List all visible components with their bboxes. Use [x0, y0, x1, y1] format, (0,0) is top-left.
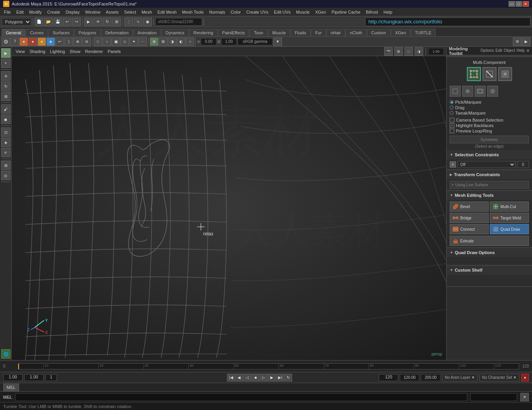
- stop-button[interactable]: ■: [252, 374, 259, 382]
- viewport-canvas[interactable]: 人人素材 人人素材: [12, 56, 446, 360]
- edge-mode-btn[interactable]: [482, 67, 497, 81]
- open-file-button[interactable]: 📂: [44, 18, 53, 26]
- move-tool-button[interactable]: ✛: [94, 18, 102, 26]
- character-set-dropdown[interactable]: No Character Set ▼: [479, 374, 520, 382]
- tab-custom[interactable]: Custom: [367, 29, 390, 36]
- vp-menu-shading[interactable]: Shading: [28, 48, 47, 55]
- mode-select[interactable]: Polygons: [2, 18, 31, 26]
- playback-start-field[interactable]: 1.00: [3, 374, 23, 381]
- tab-fur[interactable]: Fur: [311, 29, 326, 36]
- connect-button[interactable]: Connect: [450, 224, 489, 234]
- menu-edit[interactable]: Edit: [14, 9, 26, 15]
- menu-pipelinecache[interactable]: Pipeline Cache: [329, 9, 363, 15]
- multicut-button[interactable]: Multi-Cut: [490, 201, 529, 212]
- shelf-btn-9[interactable]: ⊕: [73, 37, 82, 46]
- tab-xgen[interactable]: XGen: [391, 29, 410, 36]
- render-btn[interactable]: ▶: [522, 37, 530, 46]
- quaddraw-button[interactable]: Quad Draw: [490, 224, 529, 234]
- bevel-button[interactable]: Bevel: [450, 201, 489, 212]
- edit-btn[interactable]: Edit: [495, 48, 502, 53]
- menu-help[interactable]: Help: [381, 9, 395, 15]
- face-mode-btn[interactable]: [498, 67, 512, 81]
- undo-button[interactable]: ↩: [63, 18, 71, 26]
- camera-based-checkbox[interactable]: [450, 118, 454, 122]
- gamma-dropdown[interactable]: ▼: [273, 37, 282, 46]
- shelf-btn-3[interactable]: ●: [20, 37, 28, 46]
- shelf-btn-15[interactable]: ✦: [129, 37, 138, 46]
- tab-deformation[interactable]: Deformation: [101, 29, 133, 36]
- vertex-mode-btn[interactable]: [467, 67, 481, 81]
- quad-draw-options-header[interactable]: ▼ Quad Draw Options: [447, 248, 532, 257]
- maximize-button[interactable]: □: [516, 1, 522, 7]
- clear-output-btn[interactable]: ✕: [520, 393, 529, 401]
- save-file-button[interactable]: 💾: [53, 18, 62, 26]
- move-tool[interactable]: ✛: [1, 71, 11, 81]
- targetweld-button[interactable]: Target Weld: [490, 213, 529, 223]
- viewport[interactable]: View Shading Lighting Show Renderer Pane…: [12, 47, 446, 360]
- selection-constraints-header[interactable]: ▼ Selection Constraints: [447, 150, 532, 159]
- play-back-button[interactable]: ◁: [243, 374, 251, 382]
- shelf-btn-8[interactable]: ⤵: [64, 37, 73, 46]
- vp-menu-renderer[interactable]: Renderer: [83, 48, 105, 55]
- tab-fluids[interactable]: Fluids: [291, 29, 310, 36]
- pick-marquee-option[interactable]: Pick/Marquee: [450, 100, 529, 104]
- vp-grid-btn[interactable]: ⊞: [394, 47, 403, 56]
- drag-radio[interactable]: [450, 106, 454, 110]
- go-end-button[interactable]: ▶|: [276, 374, 284, 382]
- menu-bifrost[interactable]: Bifrost: [364, 9, 380, 15]
- menu-color[interactable]: Color: [228, 9, 243, 15]
- soft-tool[interactable]: ◈: [1, 138, 11, 147]
- scale-tool[interactable]: ⊞: [1, 92, 11, 101]
- snap-tool[interactable]: ◎: [1, 171, 11, 180]
- tweak-marquee-option[interactable]: Tweak/Marquee: [450, 111, 529, 115]
- tab-muscle[interactable]: Muscle: [268, 29, 290, 36]
- menu-meshtools[interactable]: Mesh Tools: [180, 9, 206, 15]
- constraint-mode-select[interactable]: Off: [458, 161, 516, 168]
- menu-select[interactable]: Select: [122, 9, 138, 15]
- menu-editmesh[interactable]: Edit Mesh: [155, 9, 179, 15]
- tab-painteffects[interactable]: PaintEffects: [218, 29, 250, 36]
- vp-menu-show[interactable]: Show: [68, 48, 82, 55]
- highlight-backfaces-item[interactable]: ✓ Highlight Backfaces: [450, 123, 529, 128]
- tab-toon[interactable]: Toon: [250, 29, 268, 36]
- shelf-btn-14[interactable]: ◇: [121, 37, 129, 46]
- shelf-btn-4[interactable]: ●: [28, 37, 37, 46]
- vp-wire-btn[interactable]: □: [404, 47, 413, 56]
- settings-mode-btn[interactable]: [487, 86, 498, 97]
- tab-polygons[interactable]: Polygons: [74, 29, 100, 36]
- loop-button[interactable]: ↻: [284, 374, 292, 382]
- tab-general[interactable]: General: [2, 29, 25, 36]
- play-forward-button[interactable]: ▷: [260, 374, 268, 382]
- tab-curves[interactable]: Curves: [26, 29, 48, 36]
- layer-tool[interactable]: ≡: [1, 148, 11, 157]
- sculpt-tool[interactable]: ◉: [1, 115, 11, 124]
- tab-surfaces[interactable]: Surfaces: [48, 29, 74, 36]
- menu-mesh[interactable]: Mesh: [139, 9, 154, 15]
- tab-nhair[interactable]: nHair: [326, 29, 345, 36]
- vp-cam-btn[interactable]: 📷: [384, 47, 393, 56]
- bridge-button[interactable]: Bridge: [450, 213, 489, 223]
- menu-normals[interactable]: Normals: [207, 9, 227, 15]
- scale-tool-button[interactable]: ⊞: [112, 18, 121, 26]
- menu-muscle[interactable]: Muscle: [294, 9, 312, 15]
- menu-createuvs[interactable]: Create UVs: [244, 9, 271, 15]
- shelf-btn-5[interactable]: ●: [37, 37, 46, 46]
- preview-loop-checkbox[interactable]: [450, 129, 454, 133]
- custom-shelf-header[interactable]: ▼ Custom Shelf: [447, 265, 532, 275]
- go-start-button[interactable]: |◀: [227, 374, 235, 382]
- close-panel-btn[interactable]: ✕: [526, 48, 530, 53]
- vp-menu-view[interactable]: View: [14, 48, 27, 55]
- select-tool[interactable]: ▶: [1, 48, 11, 58]
- tab-animation[interactable]: Animation: [133, 29, 161, 36]
- tab-ncloth[interactable]: nCloth: [346, 29, 367, 36]
- timeline-track[interactable]: 10 20 30 40 50 60 70 80 90 100 110: [18, 363, 519, 369]
- render-settings-btn[interactable]: ⚙: [513, 37, 521, 46]
- mesh-editing-header[interactable]: ▼ Mesh Editing Tools: [447, 191, 532, 200]
- tab-turtle[interactable]: TURTLE: [411, 29, 436, 36]
- tweak-mode-btn[interactable]: [462, 86, 473, 97]
- range-end-field[interactable]: 120: [379, 374, 398, 381]
- scene-btn[interactable]: 🌐: [1, 349, 11, 359]
- menu-display[interactable]: Display: [63, 9, 82, 15]
- mel-tab[interactable]: MEL: [3, 383, 19, 391]
- symmetry-button[interactable]: Symmetry: [450, 136, 529, 143]
